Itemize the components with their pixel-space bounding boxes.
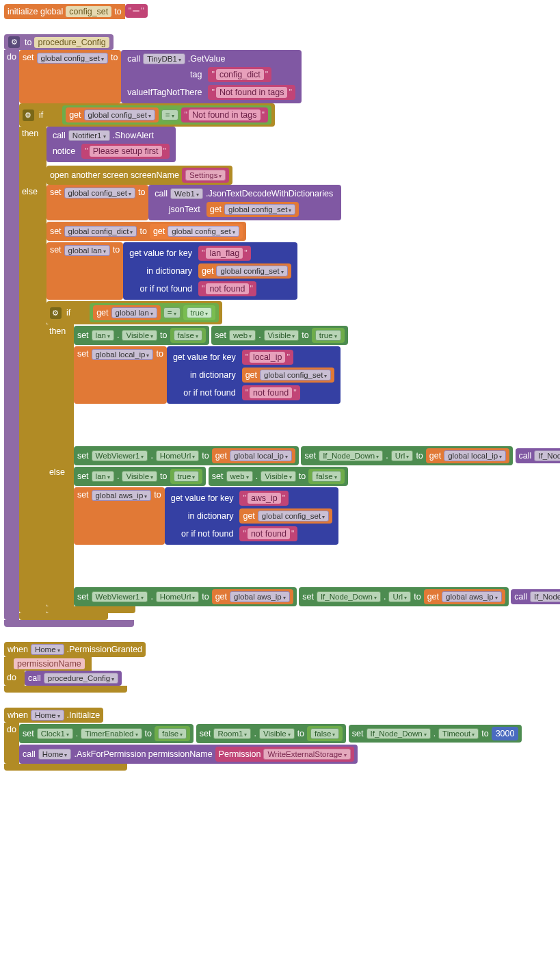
key-string[interactable]: "aws_ip" — [239, 491, 289, 506]
call-askforpermission[interactable]: call Home▾ .AskForPermission permissionN… — [19, 745, 358, 764]
var-dropdown[interactable]: global config_set▾ — [84, 109, 155, 120]
var-dropdown[interactable]: global aws_ip▾ — [230, 591, 290, 602]
var-dropdown[interactable]: global local_ip▾ — [230, 450, 292, 461]
var-dropdown[interactable]: global aws_ip▾ — [92, 490, 152, 501]
op-dropdown[interactable]: =▾ — [163, 307, 181, 318]
call-ifnodedown-get[interactable]: call If_Node_Down▾ .Get — [511, 589, 560, 604]
prop-dropdown[interactable]: Visible▾ — [122, 471, 157, 482]
op-dropdown[interactable]: =▾ — [161, 109, 178, 120]
component-dropdown[interactable]: TinyDB1▾ — [143, 53, 185, 64]
component-dropdown[interactable]: If_Node_Down▾ — [534, 450, 560, 461]
var-dropdown[interactable]: global config_dict▾ — [64, 226, 137, 237]
open-another-screen[interactable]: open another screen screenName Settings▾ — [46, 166, 233, 185]
proc-name-slot[interactable]: procedure_Config — [34, 37, 109, 48]
set-web-visible[interactable]: set web▾. Visible▾ to true▾ — [211, 326, 347, 345]
var-dropdown[interactable]: global config_set▾ — [258, 511, 329, 521]
set-ifnodedown-timeout[interactable]: set If_Node_Down▾. Timeout▾ to 3000 — [349, 725, 522, 743]
nf-string[interactable]: "not found" — [239, 526, 297, 541]
component-dropdown[interactable]: WebViewer1▾ — [92, 450, 148, 461]
number-literal[interactable]: 3000 — [492, 727, 519, 740]
set-local-ip[interactable]: set global local_ip▾ to get value for ke… — [74, 346, 560, 404]
get-block[interactable]: get global config_set▾ — [242, 368, 335, 383]
string-literal[interactable]: " " — [125, 4, 148, 18]
initialize-global-block[interactable]: initialize global config_set to " " — [4, 4, 556, 19]
get-block[interactable]: get global aws_ip▾ — [212, 589, 293, 604]
prop-dropdown[interactable]: Visible▾ — [259, 728, 295, 739]
when-permission-granted[interactable]: when Home▾ .PermissionGranted permission… — [4, 642, 146, 693]
prop-dropdown[interactable]: Url▾ — [391, 450, 414, 461]
procedure-config-block[interactable]: ⚙ to procedure_Config do set global conf… — [4, 34, 556, 627]
notice-string[interactable]: "Please setup first" — [81, 144, 170, 159]
var-dropdown[interactable]: global lan▾ — [111, 307, 157, 318]
proc-dropdown[interactable]: procedure_Config▾ — [44, 673, 118, 684]
var-dropdown[interactable]: global lan▾ — [64, 245, 110, 256]
tag-string[interactable]: "config_dict" — [208, 67, 271, 82]
key-string[interactable]: "local_ip" — [242, 350, 293, 365]
component-dropdown[interactable]: If_Node_Down▾ — [319, 450, 383, 461]
set-config-set-tinydb[interactable]: set global config_set▾ to call TinyDB1▾ … — [19, 50, 560, 103]
bool-literal[interactable]: false▾ — [307, 726, 343, 741]
prop-dropdown[interactable]: TimerEnabled▾ — [81, 728, 142, 739]
component-dropdown[interactable]: web▾ — [229, 330, 256, 341]
nf-string[interactable]: "not found" — [242, 385, 300, 400]
prop-dropdown[interactable]: Timeout▾ — [438, 728, 479, 739]
component-dropdown[interactable]: Home▾ — [31, 644, 64, 655]
set-room-visible[interactable]: set Room1▾. Visible▾ to false▾ — [196, 724, 347, 743]
call-ifnodedown-get[interactable]: call If_Node_Down▾ .Get — [516, 448, 560, 463]
get-block[interactable]: get global config_set▾ — [66, 107, 159, 123]
notifier-showalert[interactable]: call Notifier1▾ .ShowAlert notice "Pleas… — [46, 127, 233, 164]
set-clock-timerenabled[interactable]: set Clock1▾. TimerEnabled▾ to false▾ — [19, 724, 194, 743]
bool-literal[interactable]: false▾ — [308, 469, 344, 484]
key-string[interactable]: "lan_flag" — [198, 246, 251, 261]
set-lan-visible[interactable]: set lan▾. Visible▾ to false▾ — [74, 326, 209, 345]
component-dropdown[interactable]: Home▾ — [38, 749, 72, 760]
set-web-visible[interactable]: set web▾. Visible▾ to false▾ — [209, 467, 348, 486]
get-block[interactable]: get global config_set▾ — [206, 202, 299, 217]
component-dropdown[interactable]: Home▾ — [31, 710, 64, 721]
prop-dropdown[interactable]: HomeUrl▾ — [156, 591, 199, 602]
bool-literal[interactable]: true▾ — [312, 328, 345, 343]
nf-string[interactable]: "not found" — [198, 281, 256, 296]
var-dropdown[interactable]: global config_set▾ — [260, 370, 331, 381]
var-dropdown[interactable]: global local_ip▾ — [92, 349, 154, 360]
gear-icon[interactable]: ⚙ — [8, 36, 20, 48]
prop-dropdown[interactable]: Visible▾ — [261, 471, 296, 482]
component-dropdown[interactable]: Clock1▾ — [37, 728, 73, 739]
component-dropdown[interactable]: If_Node_Down▾ — [530, 591, 560, 602]
equals-block[interactable]: get global config_set▾ =▾ "Not found in … — [62, 105, 271, 125]
permission-value[interactable]: Permission WriteExternalStorage▾ — [215, 747, 354, 762]
var-dropdown[interactable]: global config_set▾ — [64, 188, 135, 198]
prop-dropdown[interactable]: HomeUrl▾ — [156, 450, 199, 461]
var-dropdown[interactable]: global config_set▾ — [37, 53, 108, 64]
equals-block[interactable]: get global lan▾ =▾ true▾ — [90, 303, 219, 322]
set-webviewer-homeurl[interactable]: set WebViewer1▾. HomeUrl▾ to get global … — [74, 446, 299, 465]
bool-literal[interactable]: true▾ — [170, 469, 203, 484]
var-dropdown[interactable]: global config_set▾ — [224, 204, 295, 215]
call-procedure-config[interactable]: call procedure_Config▾ — [25, 671, 122, 686]
var-dropdown[interactable]: global config_set▾ — [168, 226, 239, 237]
when-home-initialize[interactable]: when Home▾ .Initialize do set Clock1▾. T… — [4, 708, 556, 771]
component-dropdown[interactable]: Room1▾ — [213, 728, 251, 739]
set-config-set-json[interactable]: set global config_set▾ to call Web1▾ .Js… — [46, 185, 560, 220]
var-dropdown[interactable]: global config_set▾ — [216, 266, 287, 276]
gear-icon[interactable]: ⚙ — [23, 109, 34, 121]
bool-literal[interactable]: false▾ — [170, 328, 206, 343]
prop-dropdown[interactable]: Url▾ — [388, 591, 411, 602]
bool-literal[interactable]: false▾ — [155, 726, 190, 741]
component-dropdown[interactable]: web▾ — [226, 471, 253, 482]
get-block[interactable]: get global config_set▾ — [239, 508, 332, 524]
var-dropdown[interactable]: global local_ip▾ — [444, 450, 506, 461]
gear-icon[interactable]: ⚙ — [50, 307, 62, 319]
screen-dropdown[interactable]: Settings▾ — [182, 168, 230, 183]
if-block-1[interactable]: ⚙ if get global config_set▾ =▾ "Not foun… — [19, 103, 560, 620]
prop-dropdown[interactable]: Visible▾ — [122, 330, 157, 341]
var-dropdown[interactable]: global aws_ip▾ — [442, 591, 502, 602]
component-dropdown[interactable]: Notifier1▾ — [68, 130, 110, 141]
set-aws-ip[interactable]: set global aws_ip▾ to get value for key … — [74, 487, 560, 545]
set-config-dict[interactable]: set global config_dict▾ to get global co… — [46, 222, 246, 241]
component-dropdown[interactable]: If_Node_Down▾ — [317, 591, 381, 602]
component-dropdown[interactable]: Web1▾ — [170, 188, 203, 199]
set-ifnodedown-url[interactable]: set If_Node_Down▾. Url▾ to get global aw… — [299, 587, 508, 606]
get-block[interactable]: get global aws_ip▾ — [424, 589, 505, 604]
get-block[interactable]: get global local_ip▾ — [212, 448, 295, 463]
